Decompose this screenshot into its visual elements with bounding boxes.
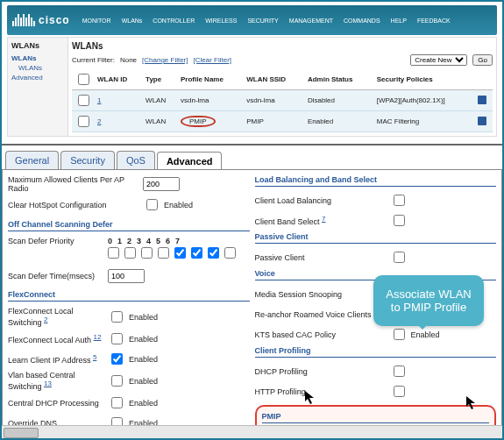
footnote-12[interactable]: 12 bbox=[94, 333, 102, 341]
wlan-id-link[interactable]: 1 bbox=[97, 96, 101, 104]
defer-p5[interactable] bbox=[191, 247, 202, 259]
defer-p2[interactable] bbox=[141, 247, 153, 259]
menu-feedback[interactable]: FEEDBACK bbox=[414, 16, 454, 25]
tab-advanced[interactable]: Advanced bbox=[157, 152, 223, 170]
http-prof-checkbox[interactable] bbox=[394, 386, 405, 397]
menu-wireless[interactable]: WIRELESS bbox=[202, 16, 240, 25]
wlan-id-link[interactable]: 2 bbox=[97, 117, 101, 125]
flexconnect-header: FlexConnect bbox=[8, 288, 250, 302]
col-policy: Security Policies bbox=[374, 69, 475, 90]
change-filter-link[interactable]: [Change Filter] bbox=[142, 56, 188, 64]
passive-header: Passive Client bbox=[255, 231, 497, 244]
client-band-checkbox[interactable] bbox=[394, 215, 405, 226]
defer-p0[interactable] bbox=[108, 247, 119, 259]
wlan-type: WLAN bbox=[143, 111, 178, 132]
dhcp-prof-label: DHCP Profiling bbox=[255, 367, 387, 376]
menu-controller[interactable]: CONTROLLER bbox=[149, 16, 198, 25]
passive-client-label: Passive Client bbox=[255, 253, 387, 262]
cisco-logo: cisco bbox=[12, 14, 70, 26]
defer-p6[interactable] bbox=[208, 247, 219, 259]
flex-local-auth-label: FlexConnect Local Auth 12 bbox=[8, 333, 104, 344]
off-channel-header: Off Channel Scanning Defer bbox=[8, 218, 250, 231]
defer-priority-numbers: 01234567 bbox=[108, 237, 180, 245]
wlan-policy: MAC Filtering bbox=[374, 111, 475, 132]
scrollbar-thumb[interactable] bbox=[4, 428, 39, 438]
wlan-status: Disabled bbox=[305, 90, 374, 111]
http-prof-label: HTTP Profiling bbox=[255, 387, 387, 396]
menu-management[interactable]: MANAGEMENT bbox=[286, 16, 337, 25]
menu-security[interactable]: SECURITY bbox=[244, 16, 281, 25]
footnote-13[interactable]: 13 bbox=[44, 380, 52, 387]
horizontal-scrollbar[interactable] bbox=[2, 425, 502, 438]
table-row: 1 WLAN vsdn-lma vsdn-lma Disabled [WPA2]… bbox=[72, 90, 493, 111]
filter-label: Current Filter: bbox=[72, 56, 115, 64]
profiling-header: Client Profiling bbox=[255, 344, 497, 358]
kts-checkbox[interactable] bbox=[394, 329, 405, 340]
flex-local-auth-checkbox[interactable] bbox=[111, 333, 123, 344]
pmip-header: PMIP bbox=[262, 410, 490, 423]
leftnav-wlans[interactable]: WLANs bbox=[11, 53, 64, 63]
client-band-label: Client Band Select 7 bbox=[255, 215, 387, 226]
learn-ip-checkbox[interactable] bbox=[111, 353, 123, 365]
footnote-7[interactable]: 7 bbox=[322, 215, 325, 223]
select-all-checkbox[interactable] bbox=[78, 74, 89, 85]
row-action-icon[interactable] bbox=[478, 117, 486, 125]
row-checkbox[interactable] bbox=[78, 95, 89, 106]
menu-wlans[interactable]: WLANs bbox=[118, 16, 146, 25]
central-dhcp-checkbox[interactable] bbox=[111, 397, 123, 408]
cisco-word: cisco bbox=[39, 14, 70, 26]
scan-defer-priority-label: Scan Defer Priority bbox=[8, 237, 104, 245]
dhcp-prof-checkbox[interactable] bbox=[394, 365, 405, 377]
wlan-list-header: WLANs bbox=[72, 41, 493, 51]
col-ssid: WLAN SSID bbox=[244, 69, 305, 90]
media-snoop-label: Media Session Snooping bbox=[255, 290, 387, 299]
reanchor-label: Re-anchor Roamed Voice Clients bbox=[255, 310, 387, 319]
left-nav-header: WLANs bbox=[11, 41, 64, 50]
passive-client-checkbox[interactable] bbox=[394, 252, 405, 263]
vlan-central-checkbox[interactable] bbox=[111, 375, 123, 387]
cisco-bars-icon bbox=[12, 14, 35, 26]
row-checkbox[interactable] bbox=[78, 116, 89, 127]
leftnav-wlans-sub[interactable]: WLANs bbox=[11, 63, 64, 73]
tab-general[interactable]: General bbox=[5, 151, 59, 169]
menu-help[interactable]: HELP bbox=[387, 16, 410, 25]
row-action-icon[interactable] bbox=[478, 96, 486, 104]
wlan-list-panel: WLANs Current Filter: None [Change Filte… bbox=[68, 37, 497, 137]
menu-commands[interactable]: COMMANDS bbox=[340, 16, 384, 25]
defer-p3[interactable] bbox=[158, 247, 169, 259]
wlan-profile: vsdn-lma bbox=[178, 90, 244, 111]
tab-security[interactable]: Security bbox=[60, 151, 115, 169]
max-clients-label: Maximum Allowed Clients Per AP Radio bbox=[8, 175, 139, 193]
defer-p1[interactable] bbox=[124, 247, 136, 259]
create-new-select[interactable]: Create New bbox=[410, 54, 467, 66]
defer-p7[interactable] bbox=[224, 247, 236, 259]
leftnav-advanced[interactable]: Advanced bbox=[11, 73, 64, 82]
col-type: Type bbox=[143, 69, 178, 90]
wlan-ssid: PMIP bbox=[244, 111, 305, 132]
wlan-policy: [WPA2][Auth(802.1X)] bbox=[374, 90, 475, 111]
config-tabs: General Security QoS Advanced bbox=[2, 151, 502, 169]
tab-qos[interactable]: QoS bbox=[117, 151, 155, 169]
footnote-5[interactable]: 5 bbox=[93, 353, 96, 361]
wlan-table: WLAN ID Type Profile Name WLAN SSID Admi… bbox=[72, 69, 493, 132]
clear-hotspot-label: Clear HotSpot Configuration bbox=[8, 201, 139, 209]
max-clients-input[interactable] bbox=[143, 177, 180, 191]
enabled-label: Enabled bbox=[164, 201, 193, 209]
table-row: 2 WLAN PMIP PMIP Enabled MAC Filtering bbox=[72, 111, 493, 132]
clear-filter-link[interactable]: [Clear Filter] bbox=[194, 56, 232, 64]
defer-p4[interactable] bbox=[174, 247, 186, 259]
vlan-central-label: Vlan based Central Switching 13 bbox=[8, 371, 104, 391]
wlan-status: Enabled bbox=[305, 111, 374, 132]
client-load-checkbox[interactable] bbox=[394, 195, 405, 206]
footnote-2[interactable]: 2 bbox=[44, 316, 47, 323]
central-dhcp-label: Central DHCP Processing bbox=[8, 399, 104, 408]
wlan-ssid: vsdn-lma bbox=[244, 90, 305, 111]
wlan-type: WLAN bbox=[143, 90, 178, 111]
flex-local-sw-checkbox[interactable] bbox=[111, 311, 123, 323]
clear-hotspot-checkbox[interactable] bbox=[146, 199, 158, 210]
go-button[interactable]: Go bbox=[472, 54, 493, 66]
scan-defer-time-label: Scan Defer Time(msecs) bbox=[8, 272, 104, 280]
advanced-panel: Maximum Allowed Clients Per AP Radio Cle… bbox=[2, 169, 502, 440]
scan-defer-time-input[interactable] bbox=[108, 269, 145, 283]
menu-monitor[interactable]: MONITOR bbox=[79, 16, 115, 25]
